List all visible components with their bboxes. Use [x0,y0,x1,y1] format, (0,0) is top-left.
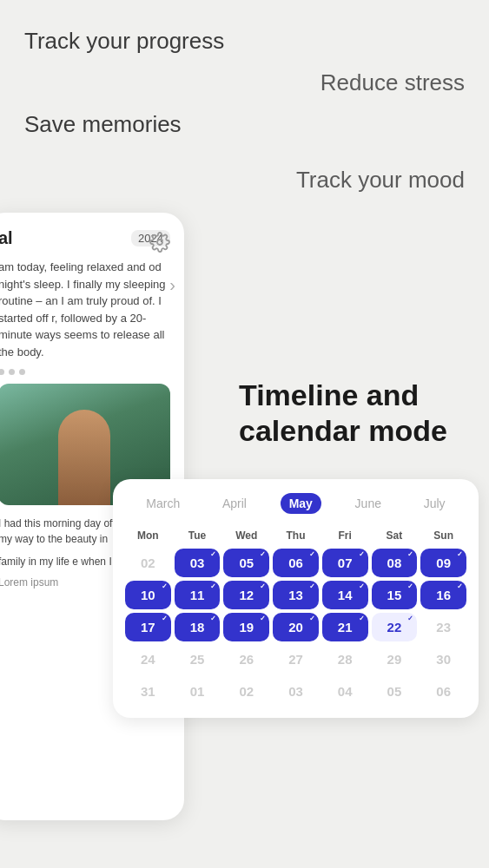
cal-cell-18-2[interactable]: ✓18 [175,613,221,641]
cal-cell-01-4[interactable]: 01 [175,677,221,706]
journal-header: al 2024 [0,228,170,248]
cal-cell-22-2[interactable]: ✓22 [372,613,418,641]
cal-cell-04-4[interactable]: 04 [322,677,368,706]
cal-cell-26-3[interactable]: 26 [223,645,269,674]
track-mood-label: Track your mood [296,167,465,194]
settings-icon[interactable] [149,232,170,253]
cal-cell-02-0[interactable]: 02 [125,549,171,577]
cal-header-fri: Fri [322,526,368,545]
cal-cell-08-0[interactable]: ✓08 [372,549,418,577]
cal-cell-30-3[interactable]: 30 [420,645,466,674]
cal-cell-28-3[interactable]: 28 [322,645,368,674]
cal-cell-29-3[interactable]: 29 [372,645,418,674]
cal-cell-17-2[interactable]: ✓17 [125,613,171,641]
pagination-dots [0,369,170,375]
month-tab-march[interactable]: March [137,493,188,514]
cal-header-sun: Sun [420,526,466,545]
dot-1 [0,369,4,375]
chevron-right-icon[interactable]: › [169,275,175,295]
cal-cell-05-0[interactable]: ✓05 [223,549,269,577]
cal-header-tue: Tue [175,526,221,545]
track-progress-label: Track your progress [24,28,224,55]
month-tabs: MarchAprilMayJuneJuly [125,493,466,514]
cal-header-sat: Sat [372,526,418,545]
cal-cell-06-0[interactable]: ✓06 [273,549,319,577]
cal-cell-14-1[interactable]: ✓14 [322,581,368,609]
section-title: Timeline and calendar mode [239,378,465,449]
cal-cell-10-1[interactable]: ✓10 [125,581,171,609]
reduce-stress-label: Reduce stress [320,69,465,96]
cal-cell-24-3[interactable]: 24 [125,645,171,674]
cal-cell-13-1[interactable]: ✓13 [273,581,319,609]
cal-cell-15-1[interactable]: ✓15 [372,581,418,609]
save-memories-label: Save memories [24,111,182,138]
figure-silhouette [58,410,110,505]
dot-2 [9,369,15,375]
journal-title: al [0,228,13,248]
month-tab-june[interactable]: June [347,493,390,514]
calendar-card: MarchAprilMayJuneJuly MonTueWedThuFriSat… [113,479,479,718]
cal-cell-05-4[interactable]: 05 [372,677,418,706]
cal-cell-16-1[interactable]: ✓16 [420,581,466,609]
calendar-grid: MonTueWedThuFriSatSun02✓03✓05✓06✓07✓08✓0… [125,526,466,706]
cal-cell-03-4[interactable]: 03 [273,677,319,706]
journal-entry-text: am today, feeling relaxed and od night's… [0,259,170,360]
cal-cell-20-2[interactable]: ✓20 [273,613,319,641]
svg-point-0 [157,240,162,245]
cal-cell-25-3[interactable]: 25 [175,645,221,674]
cal-header-mon: Mon [125,526,171,545]
cal-cell-21-2[interactable]: ✓21 [322,613,368,641]
cal-cell-09-0[interactable]: ✓09 [420,549,466,577]
month-tab-july[interactable]: July [415,493,454,514]
cal-header-thu: Thu [273,526,319,545]
month-tab-april[interactable]: April [214,493,255,514]
cal-cell-31-4[interactable]: 31 [125,677,171,706]
cal-cell-02-4[interactable]: 02 [223,677,269,706]
cal-cell-12-1[interactable]: ✓12 [223,581,269,609]
month-tab-may[interactable]: May [281,493,321,514]
cal-cell-19-2[interactable]: ✓19 [223,613,269,641]
cal-cell-03-0[interactable]: ✓03 [175,549,221,577]
cal-header-wed: Wed [223,526,269,545]
cal-cell-27-3[interactable]: 27 [273,645,319,674]
cal-cell-11-1[interactable]: ✓11 [175,581,221,609]
cal-cell-06-4[interactable]: 06 [420,677,466,706]
cal-cell-23-2[interactable]: 23 [420,613,466,641]
cal-cell-07-0[interactable]: ✓07 [322,549,368,577]
dot-3 [19,369,25,375]
